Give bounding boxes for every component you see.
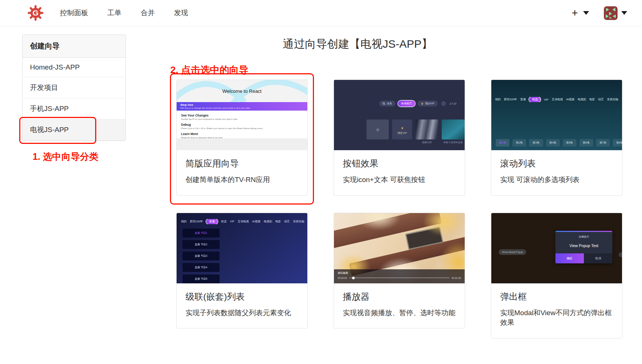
wizard-cell-nested-list: 我的 辉煌100年 直播 精选 VIP 互动电视 AI视频 电视剧 电影 综艺 … [176, 213, 308, 338]
react-section-heading: Learn More [181, 132, 303, 136]
program-button: 直播 节目4 [183, 263, 220, 272]
nav-item-explore[interactable]: 发现 [174, 8, 188, 18]
react-footer-block [177, 138, 307, 150]
nav-item-merge[interactable]: 合并 [141, 8, 155, 18]
react-section: Learn More Read the docs to discover wha… [181, 132, 303, 139]
react-section-text: Press Cmd or Ctrl + M or Shake your devi… [181, 127, 303, 129]
dialog-ok-button: 确定 [555, 253, 584, 263]
main-nav: 控制面板 工单 合并 发现 [60, 8, 188, 18]
card-subtitle: 实现子列表数据随父列表元素变化 [185, 308, 298, 318]
react-section-text: Double tap R on your keyboard to reload … [181, 118, 303, 120]
react-section: Debug Press Cmd or Ctrl + M or Shake you… [181, 123, 303, 129]
thumb-tv-scroll-list: 我的 辉煌100年 直播 精选 VIP 互动电视 AI视频 电视剧 电影 综艺 … [491, 80, 622, 150]
wizard-card-nested-list[interactable]: 我的 辉煌100年 直播 精选 VIP 互动电视 AI视频 电视剧 电影 综艺 … [176, 213, 308, 329]
card-subtitle: 实现icon+文本 可获焦按钮 [343, 175, 456, 185]
react-sections: See Your Changes Double tap R on your ke… [177, 111, 307, 139]
create-new-caret-icon[interactable] [583, 11, 589, 15]
bind-vip-tile: 绑定VIP [392, 119, 412, 139]
sidebar-item-dev-project[interactable]: 开发项目 [23, 77, 126, 98]
standard-mode-pill: 标准模式 [398, 101, 415, 107]
app-logo-gear-icon[interactable]: G [27, 5, 44, 21]
tv-nav-item: VIP [230, 220, 234, 223]
popup-dialog: 温馨提示 View Popup Text 确定 取消 [555, 231, 612, 263]
clock-icon [442, 102, 445, 105]
main-content: 通过向导创建【电视JS-APP】 2. 点击选中的向导 Welcome to R… [126, 26, 642, 338]
dialog-gradient-border [555, 231, 612, 232]
wizard-card-player[interactable]: 测试视频 00:00:00 00:31:49 播放器 [334, 213, 465, 329]
standard-mode-label: 标准模式 [401, 102, 412, 105]
card-body: 简版应用向导 创建简单版本的TV-RN应用 [177, 150, 307, 195]
tv-nav-item: AI视频 [252, 220, 260, 223]
react-section: See Your Changes Double tap R on your ke… [181, 114, 303, 120]
tv-time: 17:37 [449, 102, 457, 105]
wizard-cell-player: 测试视频 00:00:00 00:31:49 播放器 [334, 213, 465, 338]
program-button: 直播 节目3 [183, 252, 220, 260]
player-progress-row: 00:00:00 00:31:49 [338, 277, 461, 279]
tv-nav-item: 辉煌100年 [190, 220, 203, 223]
tv-nav-item: 电影 [275, 220, 281, 223]
time-total: 00:31:49 [452, 277, 461, 279]
tv-nav-item: 精选 [221, 220, 227, 223]
card-subtitle: 实现Modal和View不同方式的弹出框效果 [500, 308, 613, 328]
wizard-card-popup[interactable]: Show Modal Popup 温馨提示 View Popup Text 确定… [491, 213, 622, 338]
nav-item-dashboard[interactable]: 控制面板 [60, 8, 88, 18]
tv-nav-item: 综艺 [598, 98, 604, 101]
wizard-card-simple-app[interactable]: Welcome to React Step One Edit App.js to… [176, 80, 308, 196]
user-avatar[interactable] [604, 6, 618, 20]
video-title-label: 测试视频 [338, 271, 461, 275]
card-title: 级联(嵌套)列表 [185, 291, 298, 303]
episode-button-active: 第1集 [496, 139, 509, 146]
react-header: Welcome to React [177, 80, 307, 102]
react-step-banner: Step One Edit App.js to change this scre… [177, 102, 307, 111]
program-button: 直播 节目5 [183, 274, 220, 283]
annotation-step1: 1. 选中向导分类 [33, 151, 126, 163]
poster-item: 神探十五周年合集 [442, 119, 465, 144]
react-welcome-text: Welcome to React [223, 88, 262, 94]
poster-image [415, 119, 438, 139]
program-button: 直播 节目2 [183, 240, 220, 249]
poster-caption: 模糊大师 [415, 141, 438, 144]
tv-nav-item: VIP [544, 98, 548, 101]
episode-button: 第5集 [563, 139, 576, 146]
thumb-react-welcome: Welcome to React Step One Edit App.js to… [177, 80, 307, 150]
annotation-step2: 2. 点击选中的向导 [170, 64, 642, 77]
tv-nav-item: 家易智能 [293, 220, 304, 223]
sidebar-item-tv-js-app[interactable]: 电视JS-APP [23, 119, 126, 141]
tv-nav-item-active: 直播 [206, 219, 218, 224]
card-title: 滚动列表 [500, 158, 613, 169]
sidebar-item-mobile-js-app[interactable]: 手机JS-APP [23, 98, 126, 119]
tv-tile-row: 绑定VIP 模糊大师 神探十五周年合集 [367, 119, 465, 144]
live-program-list: 直播 节目1 直播 节目2 直播 节目3 直播 节目4 直播 节目5 直播 节目… [183, 229, 220, 283]
page-title: 通过向导创建【电视JS-APP】 [176, 37, 539, 52]
episode-button: 第7集 [596, 139, 610, 146]
thumb-tv-buttons: 搜索 标准模式 我的VIP 17:37 [334, 80, 465, 150]
tv-nav-item: 我的 [181, 220, 187, 223]
wizard-card-button-effects[interactable]: 搜索 标准模式 我的VIP 17:37 [334, 80, 465, 196]
wizard-category-panel: 创建向导 Homed-JS-APP 开发项目 手机JS-APP 电视JS-APP [22, 34, 126, 141]
nav-item-issues[interactable]: 工单 [107, 8, 121, 18]
tv-nav-item: 综艺 [284, 220, 290, 223]
episode-button: 第4集 [546, 139, 560, 146]
wizard-card-scroll-list[interactable]: 我的 辉煌100年 直播 精选 VIP 互动电视 AI视频 电视剧 电影 综艺 … [491, 80, 622, 196]
wizard-cell-simple-app: Welcome to React Step One Edit App.js to… [176, 80, 308, 196]
episode-row: 第1集 第2集 第3集 第4集 第5集 第6集 第7集 第8集 第9集 第10集 [496, 139, 622, 146]
tv-nav-item: 互动电视 [238, 220, 249, 223]
react-section-heading: Debug [181, 123, 303, 127]
episode-button: 第3集 [529, 139, 543, 146]
wizard-cell-scroll-list: 我的 辉煌100年 直播 精选 VIP 互动电视 AI视频 电视剧 电影 综艺 … [491, 80, 622, 196]
tv-nav-item: 辉煌100年 [504, 98, 517, 101]
sidebar-item-homed-js-app[interactable]: Homed-JS-APP [23, 58, 126, 77]
tv-nav-row: 我的 辉煌100年 直播 精选 VIP 互动电视 AI视频 电视剧 电影 综艺 … [491, 97, 622, 102]
poster-caption: 神探十五周年合集 [442, 141, 465, 144]
react-section-heading: See Your Changes [181, 114, 303, 117]
tv-nav-item: 电影 [589, 98, 595, 101]
popup-side-button-partial [619, 252, 622, 257]
create-new-button[interactable]: + [572, 8, 578, 18]
tv-nav-item: 直播 [520, 98, 526, 101]
crown-icon [421, 102, 424, 105]
navbar-right: + [572, 6, 627, 20]
sidebar-item-tv-js-app-wrap: 电视JS-APP [23, 119, 126, 141]
card-body: 播放器 实现视音频播放、暂停、选时等功能 [334, 283, 465, 328]
dialog-body-text: View Popup Text [555, 243, 612, 248]
user-menu-caret-icon[interactable] [621, 11, 627, 15]
